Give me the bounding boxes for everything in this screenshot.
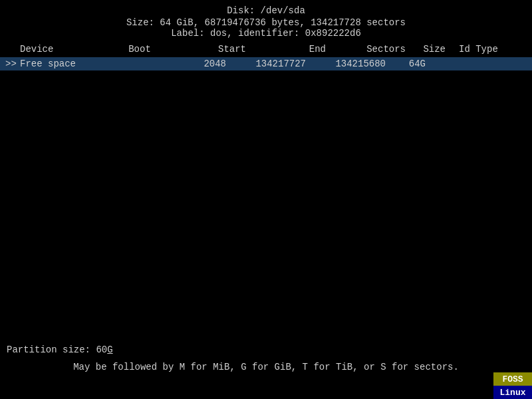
partition-size-line: Partition size: 60G (0, 344, 532, 355)
col-header-start: Start (173, 44, 253, 55)
disk-title: Disk: /dev/sda (0, 5, 532, 16)
footer-section: Partition size: 60G May be followed by M… (0, 344, 532, 372)
table-header: Device Boot Start End Sectors Size Id Ty… (0, 41, 532, 57)
foss-label: FOSS (493, 372, 532, 386)
disk-label-info: Label: dos, identifier: 0x892222d6 (0, 28, 532, 39)
row-start: 2048 (153, 59, 233, 69)
col-header-device: Device (20, 44, 106, 55)
row-boot (86, 59, 153, 69)
row-id-type (432, 59, 485, 69)
col-header-id-type: Id Type (452, 44, 505, 55)
table-row[interactable]: >> Free space 2048 134217727 134215680 6… (0, 57, 532, 70)
col-header-sectors: Sectors (332, 44, 412, 55)
col-header-boot: Boot (106, 44, 173, 55)
linux-label: Linux (493, 386, 532, 399)
partition-size-label: Partition size: 60 (7, 344, 107, 355)
foss-linux-badge: FOSS Linux (493, 372, 532, 399)
help-text: May be followed by M for MiB, G for GiB,… (0, 362, 532, 372)
row-sectors: 134215680 (313, 59, 392, 69)
col-header-size: Size (412, 44, 452, 55)
row-size: 64G (392, 59, 432, 69)
row-device: Free space (20, 59, 86, 69)
col-header-end: End (253, 44, 332, 55)
header-section: Disk: /dev/sda Size: 64 GiB, 68719476736… (0, 0, 532, 39)
partition-size-underline: G (107, 344, 112, 355)
row-end: 134217727 (233, 59, 313, 69)
arrow-spacer (0, 44, 20, 55)
row-arrow: >> (0, 59, 20, 69)
app-container: Disk: /dev/sda Size: 64 GiB, 68719476736… (0, 0, 532, 399)
disk-size-info: Size: 64 GiB, 68719476736 bytes, 1342177… (0, 17, 532, 28)
